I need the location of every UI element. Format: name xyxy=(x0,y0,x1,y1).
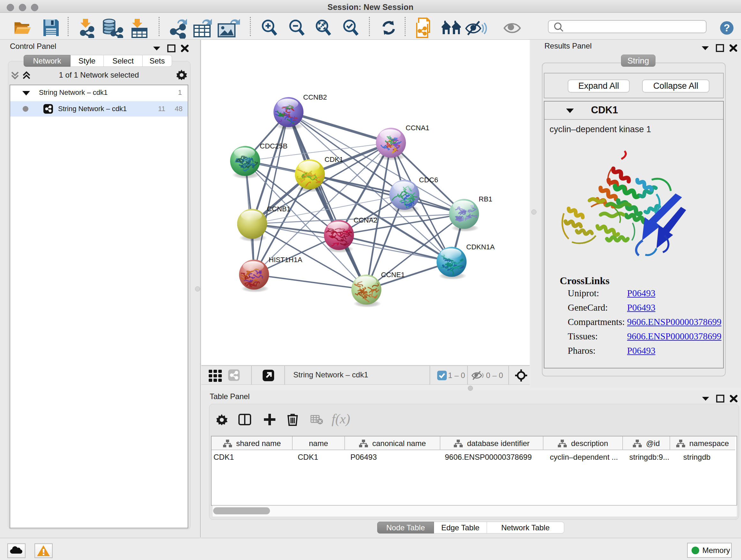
svg-text:CCNB2: CCNB2 xyxy=(303,93,327,101)
svg-text:CDC6: CDC6 xyxy=(419,176,438,184)
svg-text:?: ? xyxy=(724,22,730,34)
svg-text:CDK1: CDK1 xyxy=(325,155,343,164)
svg-text:CDC25B: CDC25B xyxy=(260,142,287,150)
svg-text:CCNE1: CCNE1 xyxy=(381,271,405,279)
svg-text:CCNA2: CCNA2 xyxy=(354,216,378,224)
svg-text:CCNB1: CCNB1 xyxy=(267,205,291,213)
svg-text:RB1: RB1 xyxy=(479,195,492,203)
svg-text:CCNA1: CCNA1 xyxy=(406,124,429,132)
svg-text:CDKN1A: CDKN1A xyxy=(466,243,495,251)
svg-text:HIST1H1A: HIST1H1A xyxy=(269,256,302,264)
